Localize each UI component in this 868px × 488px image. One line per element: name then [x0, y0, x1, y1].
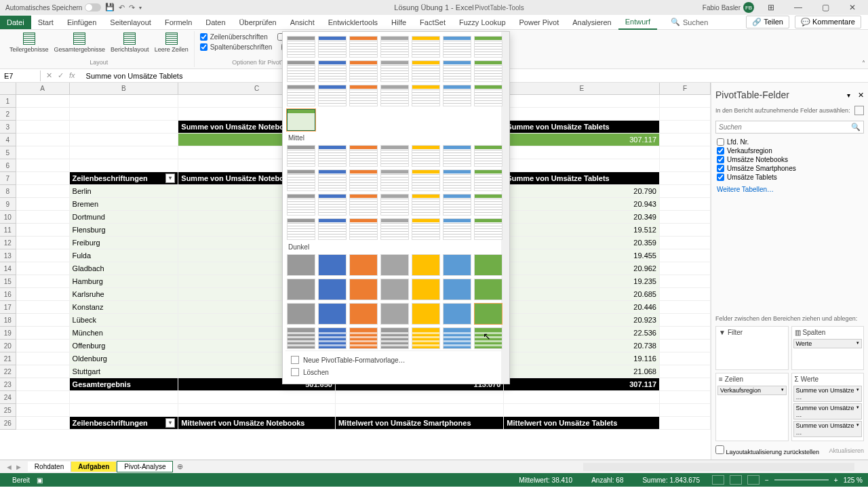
horizontal-scrollbar[interactable] [583, 463, 854, 471]
style-thumb[interactable] [474, 169, 502, 191]
style-thumb[interactable] [474, 254, 502, 276]
tab-factset[interactable]: FactSet [413, 16, 452, 29]
style-thumb[interactable] [318, 254, 347, 276]
style-thumb[interactable] [443, 327, 471, 349]
style-thumb[interactable] [349, 303, 378, 325]
area-item[interactable]: Summe von Umsätze …▾ [793, 421, 863, 437]
style-thumb[interactable] [318, 194, 347, 216]
style-thumb[interactable] [287, 169, 315, 191]
style-thumb[interactable] [443, 85, 471, 106]
style-thumb[interactable] [412, 254, 440, 276]
page-break-icon[interactable] [747, 475, 760, 485]
style-thumb-hover[interactable] [474, 303, 502, 325]
tab-analysieren[interactable]: Analysieren [566, 16, 618, 29]
zoom-level[interactable]: 125 % [844, 476, 863, 484]
style-thumb[interactable] [474, 60, 502, 82]
style-thumb[interactable] [380, 303, 409, 325]
clear-style[interactable]: Löschen [288, 366, 504, 378]
tab-einfuegen[interactable]: Einfügen [60, 16, 103, 29]
style-thumb[interactable] [474, 279, 502, 300]
style-thumb[interactable] [318, 303, 347, 325]
style-thumb[interactable] [349, 194, 378, 216]
tab-entwurf[interactable]: Entwurf [618, 15, 657, 30]
style-thumb[interactable] [443, 36, 471, 58]
save-icon[interactable]: 💾 [105, 3, 115, 12]
area-item[interactable]: Summe von Umsätze …▾ [793, 386, 863, 402]
style-thumb[interactable] [349, 36, 378, 58]
row-headers-checkbox[interactable]: Zeilenüberschriften [200, 33, 268, 41]
more-tables-link[interactable]: Weitere Tabellen… [715, 183, 864, 196]
autosave-toggle[interactable]: Automatisches Speichern [5, 3, 101, 12]
style-thumb[interactable] [412, 327, 440, 349]
style-thumb[interactable] [287, 85, 315, 106]
style-thumb[interactable] [380, 36, 409, 58]
style-thumb[interactable] [412, 36, 440, 58]
style-thumb[interactable] [349, 85, 378, 106]
rows-area[interactable]: ≡Zeilen Verkaufsregion▾ [715, 373, 789, 442]
style-thumb[interactable] [443, 145, 471, 167]
style-thumb[interactable] [287, 327, 315, 349]
field-item[interactable]: Umsätze Smartphones [715, 164, 864, 173]
tab-datei[interactable]: Datei [0, 16, 31, 29]
field-item[interactable]: Verkaufsregion [715, 146, 864, 155]
col-header[interactable]: F [660, 83, 711, 94]
style-thumb[interactable] [412, 303, 440, 325]
style-thumb[interactable] [287, 194, 315, 216]
sheet-tab-rohdaten[interactable]: Rohdaten [28, 462, 71, 472]
defer-checkbox[interactable]: Layoutaktualisierung zurückstellen [715, 445, 819, 455]
subtotals-button[interactable]: Teilergebnisse [9, 33, 49, 53]
style-thumb[interactable] [380, 85, 409, 106]
undo-icon[interactable]: ↶ [119, 3, 125, 12]
style-thumb[interactable] [318, 145, 347, 167]
style-thumb[interactable] [380, 254, 409, 276]
minimize-icon[interactable]: — [788, 3, 808, 12]
tab-formeln[interactable]: Formeln [158, 16, 199, 29]
select-all-corner[interactable] [0, 83, 16, 94]
field-item[interactable]: Lfd. Nr. [715, 138, 864, 146]
gear-icon[interactable] [854, 106, 864, 115]
tab-ansicht[interactable]: Ansicht [283, 16, 321, 29]
style-thumb[interactable] [318, 327, 347, 349]
blankrows-button[interactable]: Leere Zeilen [155, 33, 189, 53]
style-thumb[interactable] [318, 60, 347, 82]
style-thumb[interactable] [287, 303, 315, 325]
style-thumb[interactable] [287, 218, 315, 240]
style-thumb[interactable] [443, 279, 471, 300]
style-thumb[interactable] [287, 279, 315, 300]
style-thumb[interactable] [287, 254, 315, 276]
cancel-formula-icon[interactable]: ✕ [46, 71, 52, 80]
col-headers-checkbox[interactable]: Spaltenüberschriften [200, 43, 273, 52]
redo-icon[interactable]: ↷ [129, 3, 135, 12]
style-thumb[interactable] [443, 218, 471, 240]
style-thumb[interactable] [443, 169, 471, 191]
tab-powerpivot[interactable]: Power Pivot [513, 16, 566, 29]
zoom-in-icon[interactable]: + [834, 476, 838, 484]
style-thumb[interactable] [380, 327, 409, 349]
style-thumb[interactable] [412, 218, 440, 240]
tell-me-search[interactable]: 🔍 Suchen [671, 18, 708, 26]
page-layout-icon[interactable] [730, 475, 742, 485]
style-thumb[interactable] [318, 169, 347, 191]
style-thumb[interactable] [474, 36, 502, 58]
area-item[interactable]: Werte▾ [793, 339, 863, 348]
style-thumb[interactable] [318, 85, 347, 106]
style-thumb[interactable] [349, 60, 378, 82]
share-button[interactable]: 🔗 Teilen [746, 16, 789, 28]
col-header[interactable]: E [504, 83, 660, 94]
style-thumb[interactable] [412, 145, 440, 167]
style-thumb-selected[interactable] [287, 109, 315, 131]
panel-close-icon[interactable]: ✕ [858, 91, 864, 99]
zoom-slider[interactable] [774, 479, 829, 481]
style-thumb[interactable] [287, 36, 315, 58]
style-thumb[interactable] [349, 279, 378, 300]
style-thumb[interactable] [318, 279, 347, 300]
style-thumb[interactable] [412, 60, 440, 82]
style-thumb[interactable] [349, 327, 378, 349]
tab-start[interactable]: Start [31, 16, 60, 29]
comments-button[interactable]: 💬 Kommentare [795, 16, 861, 28]
sheet-tab-aufgaben[interactable]: Aufgaben [71, 462, 117, 472]
values-area[interactable]: ΣWerte Summe von Umsätze …▾ Summe von Um… [791, 373, 865, 442]
zoom-out-icon[interactable]: − [765, 476, 769, 484]
style-thumb[interactable] [443, 254, 471, 276]
add-sheet-button[interactable]: ⊕ [173, 462, 187, 471]
